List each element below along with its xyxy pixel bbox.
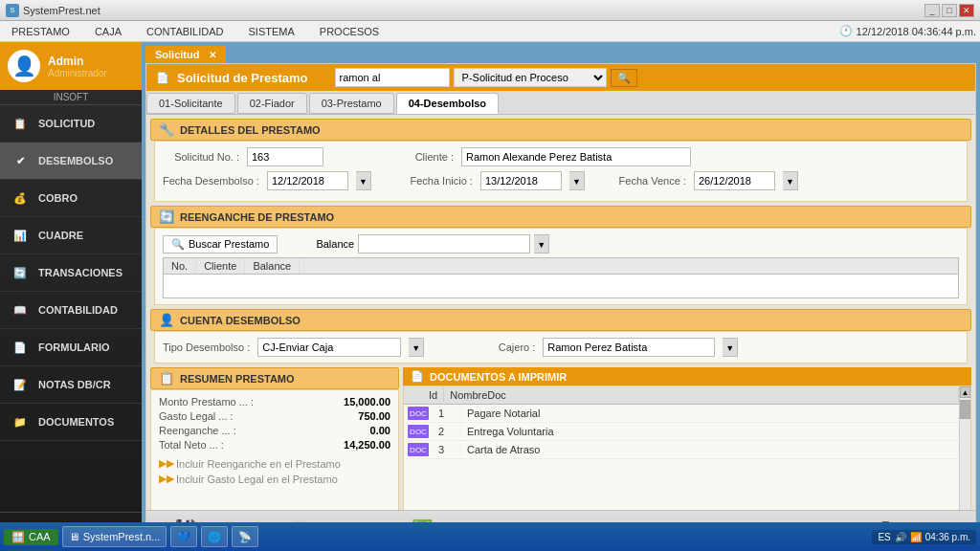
- maximize-btn[interactable]: □: [942, 4, 957, 17]
- cuenta-icon: 👤: [159, 313, 174, 327]
- cuenta-section: 👤 CUENTA DESEMBOLSO Tipo Desembolso : ▼ …: [150, 309, 971, 364]
- contabilidad-label: CONTABILIDAD: [38, 304, 118, 316]
- solicitud-input[interactable]: [247, 147, 323, 166]
- taskbar: 🪟 CAA 🖥 SystemPrest.n... 💙 🌐 📡 ES 🔊 📶 04…: [0, 522, 980, 551]
- link-arrow-1: ▶▶: [159, 457, 174, 470]
- reenganche-body: 🔍 Buscar Prestamo Balance ▼ No.: [154, 228, 968, 305]
- app-icon: S: [6, 4, 19, 17]
- cuenta-body: Tipo Desembolso : ▼ Cajero : ▼: [154, 331, 968, 364]
- doc-name-3: Carta de Atraso: [461, 443, 959, 456]
- cajero-input[interactable]: [543, 338, 715, 357]
- fecha-inicio-input[interactable]: [480, 171, 562, 190]
- sidebar-item-cobro[interactable]: 💰 COBRO: [0, 180, 142, 217]
- buscar-prestamo-btn[interactable]: 🔍 Buscar Prestamo: [163, 235, 278, 253]
- sidebar-item-contabilidad[interactable]: 📖 CONTABILIDAD: [0, 292, 142, 329]
- app-title: SystemPrest.net: [23, 5, 924, 16]
- fecha-vence-arrow[interactable]: ▼: [783, 171, 798, 190]
- tab-prestamo[interactable]: 03-Prestamo: [309, 93, 394, 114]
- cobro-icon: 💰: [10, 187, 31, 209]
- resumen-row-total: Total Neto ... : 14,250.00: [159, 439, 390, 451]
- tipo-input[interactable]: [257, 338, 401, 357]
- cuadre-label: CUADRE: [38, 230, 83, 241]
- reenganche-val-label: Reenganche ... :: [159, 425, 236, 436]
- tab-fiador[interactable]: 02-Fiador: [237, 93, 307, 114]
- menu-bar: PRESTAMO CAJA CONTABILIDAD SISTEMA PROCE…: [0, 21, 980, 42]
- docs-title: DOCUMENTOS A IMPRIMIR: [430, 371, 567, 383]
- taskbar-systemprest[interactable]: 🖥 SystemPrest.n...: [62, 526, 167, 547]
- col-id: Id: [423, 388, 444, 402]
- table-empty-row: [164, 275, 958, 298]
- cliente-input[interactable]: [461, 147, 691, 166]
- sidebar-item-desembolso[interactable]: ✔ DESEMBOLSO: [0, 143, 142, 180]
- solicitud-label: SOLICITUD: [38, 118, 95, 129]
- link-reenganche[interactable]: ▶▶ Incluir Reenganche en el Prestamo: [159, 457, 390, 470]
- doc-id-3: 3: [433, 443, 461, 456]
- menu-caja[interactable]: CAJA: [87, 24, 129, 39]
- doc-icon-3: DOC: [408, 443, 429, 456]
- taskbar-teamviewer[interactable]: 📡: [232, 526, 258, 547]
- search-button[interactable]: 🔍: [611, 69, 637, 87]
- start-button[interactable]: 🪟 CAA: [4, 529, 58, 545]
- sidebar-item-cuadre[interactable]: 📊 CUADRE: [0, 217, 142, 254]
- balance-arrow[interactable]: ▼: [534, 234, 549, 253]
- fecha-vence-input[interactable]: [694, 171, 775, 190]
- cuenta-header: 👤 CUENTA DESEMBOLSO: [150, 309, 971, 331]
- resumen-icon: 📋: [159, 371, 174, 386]
- cajero-arrow[interactable]: ▼: [723, 338, 738, 357]
- user-info: Admin Administrador: [48, 55, 107, 78]
- solicitud-icon: 📋: [10, 113, 31, 134]
- doc-icon-1: DOC: [408, 407, 429, 420]
- link1-text: Incluir Reenganche en el Prestamo: [176, 458, 341, 470]
- fecha-vence-label: Fecha Vence :: [610, 175, 686, 187]
- sidebar: 👤 Admin Administrador INSOFT 📋 SOLICITUD…: [0, 42, 142, 551]
- scroll-up[interactable]: ▲: [960, 386, 970, 398]
- fecha-inicio-arrow[interactable]: ▼: [569, 171, 585, 190]
- balance-input[interactable]: [358, 234, 530, 253]
- fecha-desembolso-input[interactable]: [267, 171, 348, 190]
- link-gasto-legal[interactable]: ▶▶ Incluir Gasto Legal en el Prestamo: [159, 473, 390, 485]
- reenganche-header: 🔄 REENGANCHE DE PRESTAMO: [150, 206, 971, 228]
- tab-close-btn[interactable]: ✕: [209, 50, 216, 60]
- monto-label: Monto Prestamo ... :: [159, 396, 254, 408]
- menu-procesos[interactable]: PROCESOS: [312, 24, 387, 39]
- menu-contabilidad[interactable]: CONTABILIDAD: [139, 24, 231, 39]
- sidebar-item-transaciones[interactable]: 🔄 TRANSACIONES: [0, 254, 142, 292]
- menu-prestamo[interactable]: PRESTAMO: [4, 24, 78, 39]
- sidebar-item-solicitud[interactable]: 📋 SOLICITUD: [0, 105, 142, 143]
- gasto-value: 750.00: [323, 410, 390, 422]
- search-input[interactable]: [335, 68, 450, 87]
- tab-desembolso[interactable]: 04-Desembolso: [396, 93, 499, 114]
- formulario-label: FORMULARIO: [38, 342, 110, 353]
- sidebar-item-notas[interactable]: 📝 NOTAS DB/CR: [0, 366, 142, 404]
- taskbar-chrome[interactable]: 🌐: [201, 526, 228, 547]
- tab-solicitante[interactable]: 01-Solicitante: [146, 93, 235, 114]
- teamviewer-icon: 📡: [238, 531, 252, 543]
- main-container: 👤 Admin Administrador INSOFT 📋 SOLICITUD…: [0, 42, 980, 551]
- close-btn[interactable]: ✕: [959, 4, 974, 17]
- status-select[interactable]: P-Solicitud en Proceso: [454, 68, 607, 87]
- minimize-btn[interactable]: _: [924, 4, 940, 17]
- documentos-wrapper: 📄 DOCUMENTOS A IMPRIMIR Id NombreDoc: [403, 367, 971, 510]
- sidebar-item-documentos[interactable]: 📁 DOCUMENTOS: [0, 404, 142, 441]
- taskbar-vscode[interactable]: 💙: [170, 526, 197, 547]
- detalles-title: DETALLES DEL PRESTAMO: [180, 124, 321, 136]
- menu-time: 🕐 12/12/2018 04:36:44 p.m.: [839, 25, 976, 37]
- menu-sistema[interactable]: SISTEMA: [241, 24, 302, 39]
- scroll-thumb[interactable]: [960, 400, 970, 419]
- tipo-arrow[interactable]: ▼: [409, 338, 424, 357]
- cuenta-title: CUENTA DESEMBOLSO: [180, 315, 301, 326]
- reenganche-table: No. Cliente Balance: [163, 257, 959, 298]
- scrollbar[interactable]: ▲ ▼: [959, 386, 970, 510]
- fecha-desembolso-arrow[interactable]: ▼: [356, 171, 371, 190]
- tab-label: Solicitud: [155, 49, 199, 60]
- window-controls: _ □ ✕: [924, 4, 974, 17]
- main-tab[interactable]: Solicitud ✕: [145, 46, 226, 63]
- documentos-label: DOCUMENTOS: [38, 416, 114, 428]
- form-tabs: 01-Solicitante 02-Fiador 03-Prestamo 04-…: [146, 91, 975, 115]
- balance-label: Balance: [316, 238, 354, 250]
- sidebar-item-formulario[interactable]: 📄 FORMULARIO: [0, 329, 142, 366]
- link2-text: Incluir Gasto Legal en el Prestamo: [176, 474, 338, 485]
- systemprest-label: SystemPrest.n...: [83, 531, 161, 542]
- table-header: No. Cliente Balance: [164, 258, 958, 275]
- panel-title: Solicitud de Prestamo: [177, 71, 308, 85]
